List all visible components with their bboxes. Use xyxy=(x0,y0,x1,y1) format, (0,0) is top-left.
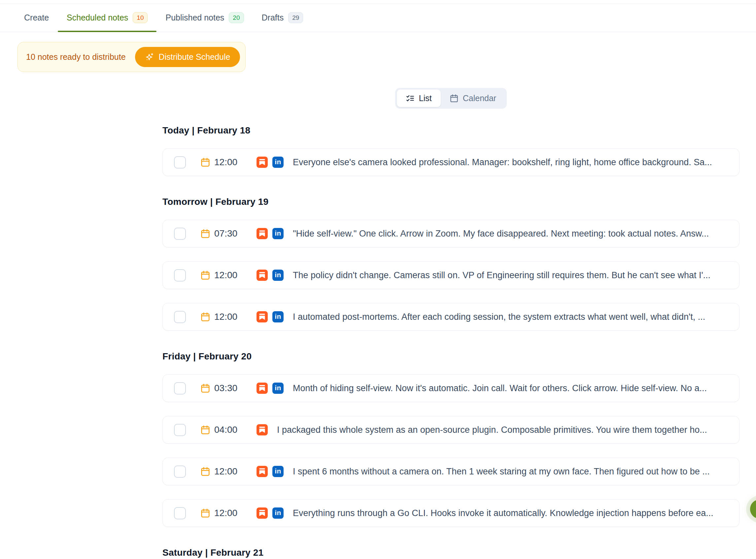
linkedin-icon: in xyxy=(273,466,284,477)
note-row[interactable]: 12:00 in Everything runs through a Go CL… xyxy=(162,499,739,527)
note-text: Month of hiding self-view. Now it's auto… xyxy=(293,383,729,394)
date-section-heading: Tomorrow | February 19 xyxy=(162,197,739,207)
note-checkbox[interactable] xyxy=(174,424,186,436)
view-toggle-list-label: List xyxy=(419,93,432,103)
date-section: Saturday | February 21 xyxy=(162,547,739,558)
tab-label: Scheduled notes xyxy=(67,13,128,22)
calendar-icon xyxy=(450,94,458,103)
note-checkbox[interactable] xyxy=(174,382,186,395)
note-row[interactable]: 12:00 in I spent 6 months without a came… xyxy=(162,457,739,485)
calendar-icon xyxy=(200,383,210,393)
note-text: Everything runs through a Go CLI. Hooks … xyxy=(293,508,729,518)
scheduled-notes-list: List Calendar Today | February 18 12:00 xyxy=(162,72,739,558)
tab-create[interactable]: Create xyxy=(15,4,58,32)
linkedin-icon: in xyxy=(273,508,284,519)
date-section: Tomorrow | February 19 07:30 in "Hide se… xyxy=(162,197,739,331)
distribute-schedule-label: Distribute Schedule xyxy=(159,52,231,62)
view-toggle-calendar[interactable]: Calendar xyxy=(441,90,505,107)
date-section: Friday | February 20 03:30 in Month of h… xyxy=(162,351,739,527)
tab-label: Create xyxy=(24,13,49,22)
tab-bar-tabs: CreateScheduled notes10Published notes20… xyxy=(15,4,312,32)
note-time: 04:00 xyxy=(214,425,242,435)
view-toggle-list[interactable]: List xyxy=(397,90,441,107)
note-checkbox[interactable] xyxy=(174,269,186,282)
tab-label: Published notes xyxy=(165,13,224,22)
note-row[interactable]: 12:00 in The policy didn't change. Camer… xyxy=(162,261,739,289)
calendar-icon xyxy=(200,467,210,476)
substack-icon xyxy=(257,228,268,239)
list-checks-icon xyxy=(406,94,415,103)
substack-icon xyxy=(257,508,268,519)
date-section: Today | February 18 12:00 in Everyone el… xyxy=(162,125,739,176)
note-text: Everyone else's camera looked profession… xyxy=(293,157,729,167)
linkedin-icon: in xyxy=(273,383,284,394)
note-time: 03:30 xyxy=(214,383,242,394)
tab-bar: CreateScheduled notes10Published notes20… xyxy=(0,3,756,32)
tab-count-badge: 29 xyxy=(288,12,303,23)
calendar-icon xyxy=(200,312,210,322)
substack-icon xyxy=(257,157,268,168)
substack-icon xyxy=(257,311,268,322)
note-checkbox[interactable] xyxy=(174,156,186,169)
substack-icon xyxy=(257,424,268,435)
tab-label: Drafts xyxy=(262,13,284,22)
distribute-banner: 10 notes ready to distribute Distribute … xyxy=(18,42,245,72)
substack-icon xyxy=(257,270,268,281)
date-section-heading: Today | February 18 xyxy=(162,125,739,136)
note-text: I packaged this whole system as an open-… xyxy=(277,425,729,435)
note-checkbox[interactable] xyxy=(174,228,186,240)
note-platforms: in xyxy=(257,383,284,394)
note-platforms: in xyxy=(257,270,284,281)
note-row[interactable]: 03:30 in Month of hiding self-view. Now … xyxy=(162,374,739,402)
tab-drafts[interactable]: Drafts29 xyxy=(253,4,312,32)
note-row[interactable]: 12:00 in I automated post-mortems. After… xyxy=(162,303,739,331)
note-checkbox[interactable] xyxy=(174,311,186,323)
note-time: 12:00 xyxy=(214,157,242,167)
date-section-heading: Saturday | February 21 xyxy=(162,547,739,558)
tab-published-notes[interactable]: Published notes20 xyxy=(157,4,253,32)
linkedin-icon: in xyxy=(273,157,284,168)
calendar-icon xyxy=(200,229,210,239)
note-checkbox[interactable] xyxy=(174,466,186,478)
substack-icon xyxy=(257,466,268,477)
note-time: 12:00 xyxy=(214,270,242,281)
note-platforms: in xyxy=(257,311,284,322)
sparkles-icon xyxy=(145,52,154,62)
note-row[interactable]: 12:00 in Everyone else's camera looked p… xyxy=(162,148,739,176)
tab-count-badge: 20 xyxy=(229,12,244,23)
tab-scheduled-notes[interactable]: Scheduled notes10 xyxy=(58,4,157,32)
note-text: I automated post-mortems. After each cod… xyxy=(293,312,729,322)
distribute-banner-message: 10 notes ready to distribute xyxy=(26,52,126,62)
calendar-icon xyxy=(200,270,210,280)
date-section-heading: Friday | February 20 xyxy=(162,351,739,362)
note-time: 07:30 xyxy=(214,228,242,239)
substack-icon xyxy=(257,383,268,394)
note-platforms: in xyxy=(257,508,284,519)
note-text: I spent 6 months without a camera on. Th… xyxy=(293,467,729,477)
note-row[interactable]: 07:30 in "Hide self-view." One click. Ar… xyxy=(162,220,739,247)
note-checkbox[interactable] xyxy=(174,507,186,519)
floating-widget-button[interactable] xyxy=(750,499,756,519)
linkedin-icon: in xyxy=(273,270,284,281)
note-text: The policy didn't change. Cameras still … xyxy=(293,270,729,281)
tab-count-badge: 10 xyxy=(133,12,147,23)
calendar-icon xyxy=(200,508,210,518)
calendar-icon xyxy=(200,425,210,435)
note-text: "Hide self-view." One click. Arrow in Zo… xyxy=(293,229,729,239)
note-time: 12:00 xyxy=(214,312,242,322)
note-platforms: in xyxy=(257,466,284,477)
view-toggle: List Calendar xyxy=(395,88,507,109)
note-platforms xyxy=(257,424,268,435)
note-row[interactable]: 04:00 I packaged this whole system as an… xyxy=(162,416,739,444)
distribute-schedule-button[interactable]: Distribute Schedule xyxy=(135,47,240,67)
note-time: 12:00 xyxy=(214,508,242,518)
view-toggle-calendar-label: Calendar xyxy=(463,93,496,103)
note-platforms: in xyxy=(257,228,284,239)
linkedin-icon: in xyxy=(273,311,284,322)
calendar-icon xyxy=(200,157,210,167)
linkedin-icon: in xyxy=(273,228,284,239)
note-platforms: in xyxy=(257,157,284,168)
note-time: 12:00 xyxy=(214,466,242,477)
